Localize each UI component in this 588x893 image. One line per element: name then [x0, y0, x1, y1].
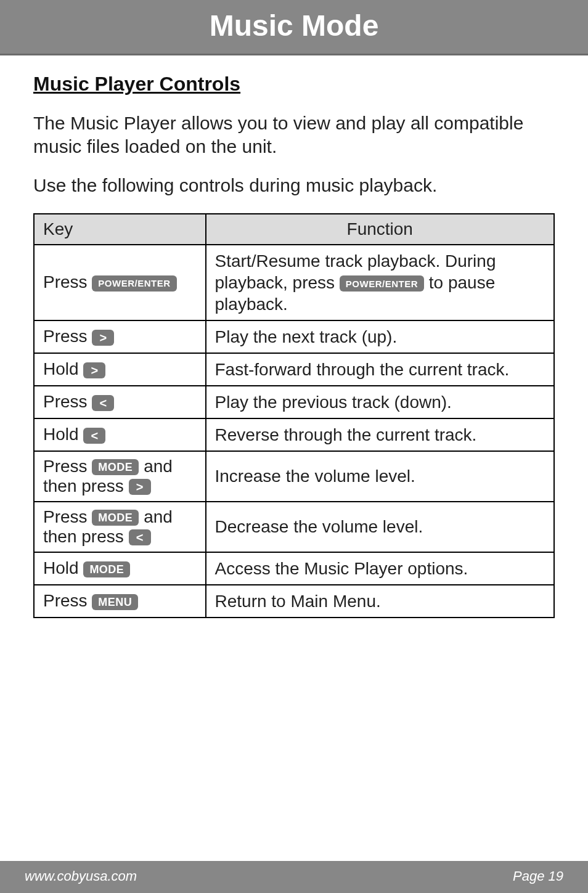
usage-paragraph: Use the following controls during music … [33, 174, 555, 197]
section-heading: Music Player Controls [33, 73, 555, 96]
mode-button-icon: MODE [92, 459, 139, 475]
key-cell: Press < [34, 386, 206, 418]
prev-button-icon: < [129, 529, 151, 545]
controls-table: Key Function Press POWER/ENTER Start/Res… [33, 213, 555, 618]
key-text: Press [43, 392, 92, 411]
intro-paragraph: The Music Player allows you to view and … [33, 112, 555, 158]
table-header-key: Key [34, 214, 206, 245]
power-enter-button-icon: POWER/ENTER [92, 275, 176, 292]
power-enter-button-icon: POWER/ENTER [340, 275, 424, 292]
mode-button-icon: MODE [92, 510, 139, 526]
key-cell: Press MODE and then press < [34, 502, 206, 552]
title-bar: Music Mode [0, 0, 588, 55]
function-cell: Play the next track (up). [206, 320, 554, 353]
next-button-icon: > [92, 330, 114, 346]
key-text: Press [43, 591, 92, 610]
key-cell: Hold < [34, 418, 206, 451]
function-cell: Start/Resume track playback. During play… [206, 245, 554, 320]
table-row: Press MENU Return to Main Menu. [34, 585, 554, 618]
footer-bar: www.cobyusa.com Page 19 [0, 861, 588, 893]
key-cell: Press MODE and then press > [34, 451, 206, 502]
menu-button-icon: MENU [92, 594, 138, 610]
key-cell: Press > [34, 320, 206, 353]
prev-button-icon: < [92, 395, 114, 411]
key-text: Press [43, 457, 92, 476]
key-cell: Press POWER/ENTER [34, 245, 206, 320]
prev-button-icon: < [83, 428, 105, 444]
table-row: Press MODE and then press < Decrease the… [34, 502, 554, 552]
next-button-icon: > [83, 362, 105, 378]
table-row: Hold < Reverse through the current track… [34, 418, 554, 451]
function-cell: Decrease the volume level. [206, 502, 554, 552]
key-text: Press [43, 507, 92, 526]
table-row: Press POWER/ENTER Start/Resume track pla… [34, 245, 554, 320]
key-cell: Press MENU [34, 585, 206, 618]
key-cell: Hold MODE [34, 552, 206, 585]
function-cell: Reverse through the current track. [206, 418, 554, 451]
function-cell: Return to Main Menu. [206, 585, 554, 618]
key-text: Press [43, 327, 92, 346]
footer-url: www.cobyusa.com [25, 868, 137, 884]
function-cell: Fast-forward through the current track. [206, 353, 554, 386]
key-text: Hold [43, 558, 83, 577]
table-header-row: Key Function [34, 214, 554, 245]
table-row: Press MODE and then press > Increase the… [34, 451, 554, 502]
table-body: Press POWER/ENTER Start/Resume track pla… [34, 245, 554, 618]
table-row: Hold MODE Access the Music Player option… [34, 552, 554, 585]
function-cell: Increase the volume level. [206, 451, 554, 502]
key-text: Press [43, 272, 92, 292]
table-row: Press > Play the next track (up). [34, 320, 554, 353]
table-header-function: Function [206, 214, 554, 245]
table-row: Press < Play the previous track (down). [34, 386, 554, 418]
page: Music Mode Music Player Controls The Mus… [0, 0, 588, 893]
page-title: Music Mode [210, 9, 379, 42]
content-area: Music Player Controls The Music Player a… [0, 55, 588, 861]
function-cell: Access the Music Player options. [206, 552, 554, 585]
mode-button-icon: MODE [83, 561, 130, 577]
next-button-icon: > [129, 479, 151, 495]
key-text: Hold [43, 359, 83, 378]
key-text: Hold [43, 425, 83, 444]
table-row: Hold > Fast-forward through the current … [34, 353, 554, 386]
function-cell: Play the previous track (down). [206, 386, 554, 418]
key-cell: Hold > [34, 353, 206, 386]
footer-page-number: Page 19 [513, 868, 563, 884]
